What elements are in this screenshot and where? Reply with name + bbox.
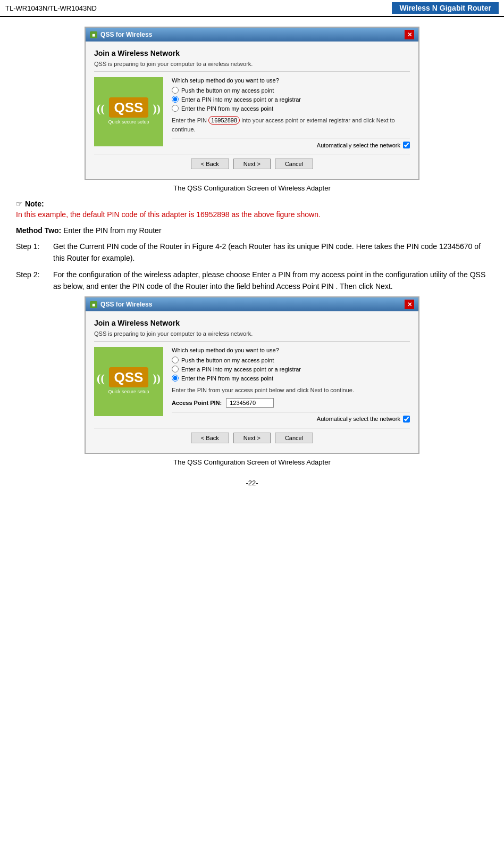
dialog2-pin-text: Enter the PIN from your access point bel… (172, 387, 354, 393)
dialog1-setup-question: Which setup method do you want to use? (172, 77, 410, 84)
dialog1-titlebar-left: ■ QSS for Wireless (90, 31, 152, 38)
dialog2-title: QSS for Wireless (100, 301, 152, 308)
dialog2-auto-select: Automatically select the network (172, 412, 410, 423)
note-text: In this example, the default PIN code of… (16, 209, 488, 220)
radio2-enter-pin[interactable] (172, 366, 179, 372)
dialog1-back-button[interactable]: < Back (191, 159, 229, 169)
dialog2-titlebar: ■ QSS for Wireless ✕ (86, 297, 418, 311)
auto-select-checkbox1[interactable] (403, 142, 410, 148)
radio2-pin-from-label: Enter the PIN from my access point (181, 375, 273, 382)
radio-push-button1-label: Push the button on my access point (181, 87, 274, 94)
step2-text-post: . Then click (336, 282, 374, 291)
dialog2: ■ QSS for Wireless ✕ Join a Wireless Net… (85, 296, 419, 454)
dialog2-icon: ■ (90, 301, 97, 308)
model-text: TL-WR1043N/TL-WR1043ND (5, 4, 97, 12)
dialog1-main: (( QSS )) Quick secure setup Which setup… (94, 77, 410, 148)
method-two-label: Method Two: (16, 226, 61, 235)
dialog2-footer: < Back Next > Cancel (94, 428, 410, 445)
step1-label: Step 1: (16, 241, 53, 264)
dialog2-join-title: Join a Wireless Network (94, 319, 410, 327)
auto-select-label2: Automatically select the network (317, 416, 400, 422)
dialog1-close-button[interactable]: ✕ (405, 30, 414, 39)
dialog2-back-button[interactable]: < Back (191, 433, 229, 443)
dialog1-subtitle: QSS is preparing to join your computer t… (94, 61, 410, 72)
dialog2-subtitle: QSS is preparing to join your computer t… (94, 330, 410, 342)
method-two-text: Enter the PIN from my Router (63, 226, 161, 235)
dialog2-close-button[interactable]: ✕ (405, 300, 414, 309)
page-number: -22- (16, 479, 488, 487)
radio-enter-pin1-label: Enter a PIN into my access point or a re… (181, 96, 301, 103)
method-two-line: Method Two: Enter the PIN from my Router (16, 225, 488, 237)
radio2-option-3[interactable]: Enter the PIN from my access point (172, 375, 410, 382)
step2-label: Step 2: (16, 269, 53, 293)
qss-symbol2: QSS (109, 367, 149, 387)
dialog1-footer: < Back Next > Cancel (94, 154, 410, 171)
dialog2-cancel-button[interactable]: Cancel (275, 433, 313, 443)
note-label: Note: (25, 200, 44, 208)
dialog2-options: Which setup method do you want to use? P… (172, 347, 410, 423)
dialog1: ■ QSS for Wireless ✕ Join a Wireless Net… (85, 27, 419, 180)
step2-row: Step 2: For the configuration of the wir… (16, 269, 488, 293)
dialog2-body: Join a Wireless Network QSS is preparing… (86, 311, 418, 453)
dialog1-body: Join a Wireless Network QSS is preparing… (86, 42, 418, 179)
dialog1-cancel-button[interactable]: Cancel (275, 159, 313, 169)
radio2-option-2[interactable]: Enter a PIN into my access point or a re… (172, 366, 410, 372)
ap-pin-row: Access Point PIN: (172, 398, 410, 408)
dialog1-icon: ■ (90, 31, 97, 38)
step1-row: Step 1: Get the Current PIN code of the … (16, 241, 488, 264)
auto-select-label1: Automatically select the network (317, 142, 400, 148)
dialog2-pin-info: Enter the PIN from your access point bel… (172, 386, 410, 395)
dialog1-auto-select: Automatically select the network (172, 138, 410, 148)
caption2: The QSS Configuration Screen of Wireless… (16, 458, 488, 466)
radio2-push-button-label: Push the button on my access point (181, 357, 274, 363)
radio2-pin-from[interactable] (172, 375, 179, 382)
radio2-option-1[interactable]: Push the button on my access point (172, 357, 410, 363)
qss-tagline2: Quick secure setup (108, 389, 149, 394)
page-header: TL-WR1043N/TL-WR1043ND Wireless N Gigabi… (0, 0, 504, 17)
radio2-enter-pin-label: Enter a PIN into my access point or a re… (181, 366, 301, 372)
dialog2-next-button[interactable]: Next > (233, 433, 271, 443)
step2-bold1: Enter a PIN from my access point (252, 270, 363, 279)
radio-enter-pin1[interactable] (172, 96, 179, 103)
dialog2-setup-question: Which setup method do you want to use? (172, 347, 410, 353)
ap-pin-label: Access Point PIN: (172, 400, 222, 406)
ap-pin-input[interactable] (226, 398, 274, 408)
step2-bold2: Access Point PIN (276, 282, 334, 291)
dialog2-titlebar-left: ■ QSS for Wireless (90, 301, 152, 308)
dialog1-next-button[interactable]: Next > (233, 159, 271, 169)
dialog2-main: (( QSS )) Quick secure setup Which setup… (94, 347, 410, 423)
step2-bold3: Next. (375, 282, 393, 291)
radio-option-3[interactable]: Enter the PIN from my access point (172, 105, 410, 112)
radio-option-1[interactable]: Push the button on my access point (172, 87, 410, 94)
radio-pin-from1[interactable] (172, 105, 179, 112)
dialog1-join-title: Join a Wireless Network (94, 49, 410, 57)
radio2-push-button[interactable] (172, 357, 179, 363)
step1-content: Get the Current PIN code of the Router i… (53, 241, 488, 264)
qss-tagline1: Quick secure setup (108, 119, 149, 125)
radio-push-button1[interactable] (172, 87, 179, 94)
dialog1-title: QSS for Wireless (100, 31, 152, 38)
qss-waves1: (( QSS )) (97, 99, 161, 116)
qss-logo2: (( QSS )) Quick secure setup (94, 347, 163, 416)
main-content: ■ QSS for Wireless ✕ Join a Wireless Net… (0, 17, 504, 496)
qss-waves2: (( QSS )) (97, 369, 161, 386)
dialog1-pin-info: Enter the PIN 16952898 into your access … (172, 116, 410, 134)
radio-pin-from1-label: Enter the PIN from my access point (181, 105, 273, 112)
caption1: The QSS Configuration Screen of Wireless… (16, 184, 488, 192)
dialog1-titlebar: ■ QSS for Wireless ✕ (86, 28, 418, 42)
auto-select-checkbox2[interactable] (403, 416, 410, 423)
pin-value1: 16952898 (208, 116, 240, 125)
step2-content: For the configuration of the wireless ad… (53, 269, 488, 293)
qss-symbol1: QSS (109, 97, 149, 118)
product-title: Wireless N Gigabit Router (392, 2, 499, 14)
dialog1-options: Which setup method do you want to use? P… (172, 77, 410, 148)
note-symbol: ☞ (16, 200, 23, 208)
qss-logo1: (( QSS )) Quick secure setup (94, 77, 163, 146)
radio-option-2[interactable]: Enter a PIN into my access point or a re… (172, 96, 410, 103)
note-section: ☞ Note: In this example, the default PIN… (16, 200, 488, 220)
step2-text-pre: For the configuration of the wireless ad… (53, 270, 250, 279)
pin-text-pre: Enter the PIN (172, 117, 207, 123)
